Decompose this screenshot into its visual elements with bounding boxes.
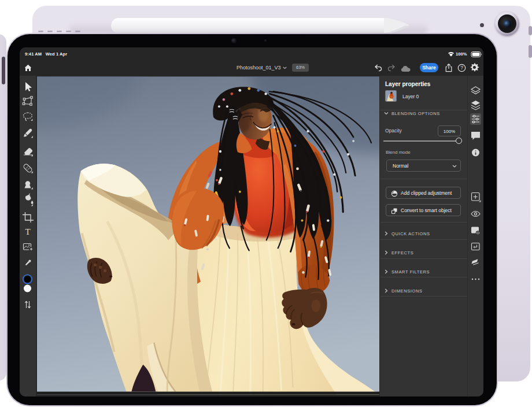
svg-text:T: T (25, 227, 30, 236)
svg-text:?: ? (460, 65, 463, 71)
